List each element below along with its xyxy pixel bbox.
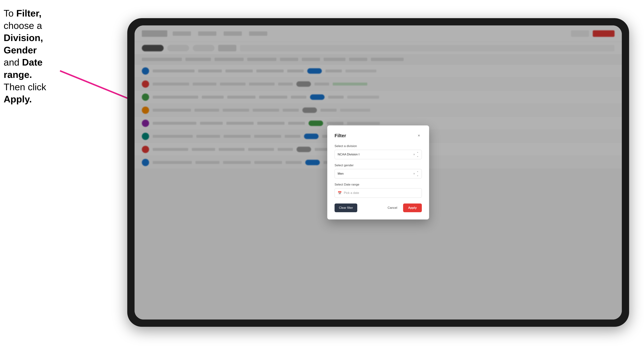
modal-overlay: Filter × Select a division NCAA Division… [134, 25, 622, 320]
gender-clear-icon[interactable]: × [413, 172, 415, 176]
division-clear-icon[interactable]: × [413, 153, 415, 157]
division-arrow-icon: ⌃⌄ [416, 152, 419, 157]
tablet-frame: Filter × Select a division NCAA Division… [127, 18, 629, 327]
division-value: NCAA Division I [338, 153, 360, 156]
date-form-group: Select Date range 📅 Pick a date [334, 183, 422, 198]
modal-title: Filter [334, 133, 346, 139]
date-placeholder: Pick a date [344, 191, 359, 195]
instruction-line1: To Filter, choose a [4, 8, 42, 31]
instruction-block: To Filter, choose a Division, Gender and… [4, 7, 60, 105]
modal-header: Filter × [334, 133, 422, 139]
gender-arrow-icon: ⌃⌄ [416, 171, 419, 177]
footer-right-buttons: Cancel Apply [385, 203, 422, 212]
clear-filter-button[interactable]: Clear filter [334, 203, 357, 212]
instruction-apply-bold: Apply. [4, 94, 32, 104]
instruction-then: Then click Apply. [4, 82, 46, 105]
instruction-date-bold: Date range. [4, 57, 42, 80]
instruction-division-bold: Division, Gender [4, 32, 43, 55]
division-form-group: Select a division NCAA Division I × ⌃⌄ [334, 144, 422, 159]
modal-footer: Clear filter Cancel Apply [334, 203, 422, 212]
cancel-button[interactable]: Cancel [385, 203, 400, 212]
gender-select-controls: × ⌃⌄ [413, 171, 419, 177]
date-input[interactable]: 📅 Pick a date [334, 188, 422, 198]
instruction-filter-bold: Filter, [16, 8, 42, 18]
apply-button[interactable]: Apply [403, 203, 422, 212]
division-select[interactable]: NCAA Division I × ⌃⌄ [334, 150, 422, 159]
instruction-and: and Date range. [4, 57, 42, 80]
gender-value: Men [338, 172, 344, 175]
division-select-controls: × ⌃⌄ [413, 152, 419, 157]
gender-select[interactable]: Men × ⌃⌄ [334, 169, 422, 178]
date-label: Select Date range [334, 183, 422, 186]
gender-form-group: Select gender Men × ⌃⌄ [334, 164, 422, 178]
filter-modal: Filter × Select a division NCAA Division… [327, 125, 429, 219]
calendar-icon: 📅 [338, 191, 342, 195]
tablet-screen: Filter × Select a division NCAA Division… [134, 25, 622, 320]
modal-close-button[interactable]: × [416, 133, 422, 139]
gender-label: Select gender [334, 164, 422, 167]
division-label: Select a division [334, 144, 422, 148]
